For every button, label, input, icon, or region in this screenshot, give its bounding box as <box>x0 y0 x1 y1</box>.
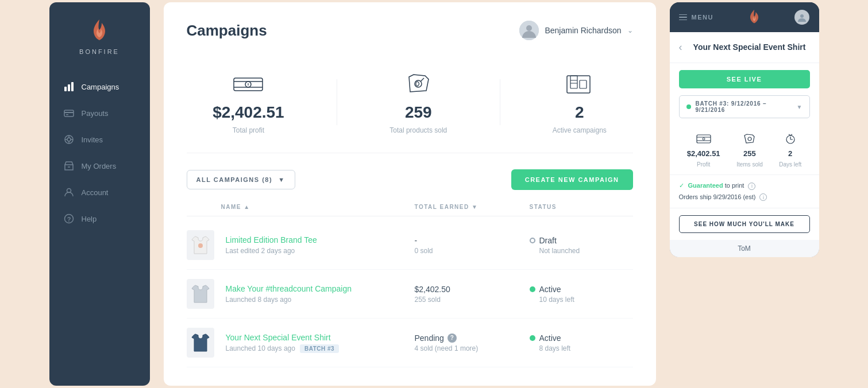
profit-value: $2,402.51 <box>213 103 284 122</box>
see-how-button[interactable]: SEE HOW MUCH YOU'LL MAKE <box>679 215 810 233</box>
status-cell: Active 8 days left <box>530 333 633 352</box>
sidebar-item-payouts-label: Payouts <box>82 109 109 118</box>
earned-value: - <box>415 236 530 245</box>
guaranteed-subtext: to print <box>725 182 744 189</box>
mobile-days-label: Days left <box>779 161 801 168</box>
svg-rect-29 <box>580 80 587 88</box>
avatar <box>519 21 539 40</box>
hamburger-line <box>679 14 687 15</box>
col-earned: TOTAL EARNED ▼ <box>415 204 530 210</box>
help-icon: ? <box>63 213 75 224</box>
menu-label: MENU <box>679 14 713 21</box>
stat-divider-1 <box>337 79 337 125</box>
svg-text:?: ? <box>67 216 71 223</box>
mobile-sold-icon <box>741 132 758 146</box>
mobile-days-value: 2 <box>788 149 792 158</box>
campaign-thumbnail <box>187 279 214 309</box>
sidebar-item-campaigns[interactable]: Campaigns <box>49 73 150 100</box>
status-detail: 10 days left <box>530 296 633 304</box>
logo: BONFIRE <box>79 2 119 73</box>
campaign-thumbnail <box>187 230 214 260</box>
mobile-sold-label: Items sold <box>736 161 763 168</box>
stat-sold: 259 Total products sold <box>389 70 447 134</box>
status-dot <box>530 335 535 341</box>
sidebar-item-payouts[interactable]: Payouts <box>49 100 150 126</box>
campaign-thumbnail <box>187 328 214 358</box>
back-arrow-icon[interactable]: ‹ <box>679 41 682 53</box>
payouts-icon <box>63 107 75 119</box>
mobile-stat-days: 2 Days left <box>779 132 801 168</box>
user-menu[interactable]: Benjamin Richardson ⌄ <box>519 21 632 40</box>
hamburger-icon[interactable] <box>679 14 687 21</box>
sidebar-item-my-orders[interactable]: My Orders <box>49 153 150 179</box>
ships-text: Orders ship 9/29/2016 (est) i <box>679 193 810 201</box>
campaign-earned: Pending ? 4 sold (need 1 more) <box>415 333 530 352</box>
status-badge: Active <box>530 285 633 294</box>
stat-profit: $2,402.51 Total profit <box>213 70 284 134</box>
campaign-info: Make Your #threadcount Campaign Launched… <box>221 284 415 304</box>
svg-point-7 <box>67 138 71 141</box>
mobile-body: ‹ Your Next Special Event Shirt SEE LIVE… <box>670 32 819 257</box>
status-detail: 8 days left <box>530 344 633 352</box>
svg-line-41 <box>790 134 792 135</box>
mobile-flame-icon <box>748 9 761 25</box>
mobile-avatar[interactable] <box>794 10 809 25</box>
status-label: Draft <box>539 236 557 245</box>
sidebar-item-help[interactable]: ? Help <box>49 205 150 232</box>
svg-rect-26 <box>570 76 577 88</box>
status-label: Active <box>539 333 561 343</box>
actions-row: ALL CAMPAIGNS (8) ▼ CREATE NEW CAMPAIGN <box>187 169 633 190</box>
profit-icon <box>231 70 265 99</box>
chevron-down-icon: ⌄ <box>627 26 633 34</box>
mobile-sold-value: 255 <box>743 149 756 158</box>
svg-point-35 <box>703 138 705 140</box>
earned-value: $2,402.50 <box>415 285 530 294</box>
create-campaign-button[interactable]: CREATE NEW CAMPAIGN <box>511 169 633 190</box>
earned-sold: 0 sold <box>415 247 530 255</box>
campaign-meta: Launched 8 days ago <box>226 296 415 304</box>
sidebar-item-invites[interactable]: Invites <box>49 126 150 153</box>
sold-label: Total products sold <box>389 126 447 134</box>
mobile-profit-label: Profit <box>697 161 710 168</box>
campaign-earned: - 0 sold <box>415 236 530 255</box>
batch-selector[interactable]: BATCH #3: 9/12/2016 – 9/21/2016 ▼ <box>679 95 810 118</box>
svg-point-31 <box>800 14 804 18</box>
sidebar-item-account[interactable]: Account <box>49 179 150 205</box>
mobile-stat-profit: $2,402.51 Profit <box>687 132 720 168</box>
sidebar-item-orders-label: My Orders <box>82 162 117 170</box>
see-live-button[interactable]: SEE LIVE <box>679 70 810 88</box>
checkmark-icon: ✓ <box>679 182 684 189</box>
sidebar-item-help-label: Help <box>82 215 97 223</box>
filter-button[interactable]: ALL CAMPAIGNS (8) ▼ <box>187 170 295 189</box>
campaigns-label: Active campaigns <box>553 126 607 134</box>
table-row[interactable]: Limited Edition Brand Tee Last edited 2 … <box>187 221 633 270</box>
logo-text: BONFIRE <box>79 48 119 55</box>
campaign-name[interactable]: Your Next Special Event Shirt <box>226 333 415 342</box>
table-row[interactable]: Your Next Special Event Shirt Launched 1… <box>187 319 633 367</box>
avatar-img <box>519 21 539 40</box>
mobile-days-icon <box>782 132 799 146</box>
campaign-name[interactable]: Make Your #threadcount Campaign <box>226 284 415 293</box>
filter-chevron-icon: ▼ <box>278 176 285 183</box>
stat-campaigns: 2 Active campaigns <box>553 70 607 134</box>
mobile-profit-value: $2,402.51 <box>687 149 720 158</box>
mobile-campaign-header: ‹ Your Next Special Event Shirt <box>670 32 819 63</box>
sidebar-item-campaigns-label: Campaigns <box>82 83 119 91</box>
campaign-meta: Launched 10 days ago BATCH #3 <box>226 344 415 353</box>
table-row[interactable]: Make Your #threadcount Campaign Launched… <box>187 270 633 319</box>
svg-rect-3 <box>64 110 74 117</box>
main-header: Campaigns Benjamin Richardson ⌄ <box>187 21 633 40</box>
status-cell: Draft Not launched <box>530 236 633 255</box>
campaigns-icon <box>63 81 75 92</box>
svg-line-24 <box>421 78 424 82</box>
campaign-meta: Last edited 2 days ago <box>226 247 415 255</box>
mobile-campaign-title: Your Next Special Event Shirt <box>689 42 810 53</box>
campaign-name[interactable]: Limited Edition Brand Tee <box>226 235 415 245</box>
svg-point-17 <box>526 25 532 31</box>
col-status: STATUS <box>530 204 633 210</box>
sidebar-item-invites-label: Invites <box>82 135 103 144</box>
svg-point-36 <box>748 137 751 141</box>
flame-icon <box>89 18 110 44</box>
campaigns-table: NAME ▲ TOTAL EARNED ▼ STATUS Limited Edi… <box>187 204 633 367</box>
hamburger-line <box>679 17 687 18</box>
